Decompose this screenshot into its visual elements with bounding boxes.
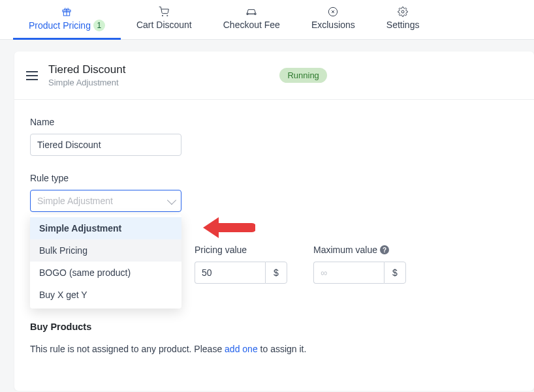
max-unit-select[interactable]: $ bbox=[384, 262, 406, 284]
dropdown-option-simple-adjustment[interactable]: Simple Adjustment bbox=[30, 217, 181, 239]
annotation-arrow-icon bbox=[203, 215, 255, 241]
tab-label: Checkout Fee bbox=[223, 20, 280, 30]
rule-type-dropdown: Simple Adjustment Bulk Pricing BOGO (sam… bbox=[30, 215, 181, 309]
svg-point-2 bbox=[163, 15, 163, 16]
tab-exclusions[interactable]: Exclusions bbox=[296, 0, 371, 39]
gift-icon bbox=[61, 7, 72, 17]
rule-type-label: Rule type bbox=[30, 173, 518, 183]
dropdown-option-bogo[interactable]: BOGO (same product) bbox=[30, 262, 181, 284]
card-header: Tiered Discount Simple Adjustment Runnin… bbox=[14, 52, 534, 100]
tab-label: Cart Discount bbox=[136, 20, 192, 30]
tab-count-badge: 1 bbox=[93, 20, 105, 31]
help-icon[interactable]: ? bbox=[380, 245, 389, 254]
chevron-down-icon bbox=[167, 196, 176, 205]
tab-product-pricing[interactable]: Product Pricing 1 bbox=[13, 0, 121, 39]
rule-card: Tiered Discount Simple Adjustment Runnin… bbox=[14, 52, 534, 391]
rule-type-select[interactable]: Simple Adjustment bbox=[30, 190, 181, 212]
tab-cart-discount[interactable]: Cart Discount bbox=[121, 0, 208, 39]
max-value-input[interactable] bbox=[313, 262, 384, 284]
tab-checkout-fee[interactable]: Checkout Fee bbox=[208, 0, 296, 39]
cart-icon bbox=[159, 7, 169, 17]
name-label: Name bbox=[30, 117, 518, 127]
buy-products-help: This rule is not assigned to any product… bbox=[30, 344, 518, 354]
pricing-unit-select[interactable]: $ bbox=[265, 262, 287, 284]
tab-label: Product Pricing bbox=[29, 20, 91, 31]
rule-type-placeholder: Simple Adjustment bbox=[37, 196, 113, 206]
rule-subtitle: Simple Adjustment bbox=[48, 78, 125, 87]
pricing-value-input[interactable] bbox=[195, 262, 265, 284]
tab-label: Exclusions bbox=[311, 20, 355, 30]
add-product-link[interactable]: add one bbox=[225, 344, 258, 354]
pricing-value-label: Pricing value bbox=[195, 245, 287, 255]
dropdown-option-bulk-pricing[interactable]: Bulk Pricing bbox=[30, 239, 181, 262]
svg-point-3 bbox=[167, 15, 168, 16]
max-value-label: Maximum value ? bbox=[313, 245, 406, 255]
gear-icon bbox=[398, 7, 408, 17]
rule-title: Tiered Discount bbox=[48, 63, 125, 76]
drag-handle-icon[interactable] bbox=[26, 71, 38, 80]
dropdown-option-buy-x-get-y[interactable]: Buy X get Y bbox=[30, 284, 181, 306]
svg-point-5 bbox=[401, 10, 404, 13]
buy-products-heading: Buy Products bbox=[30, 322, 518, 332]
name-input[interactable] bbox=[30, 134, 181, 156]
tab-settings[interactable]: Settings bbox=[371, 0, 435, 39]
tabs-nav: Product Pricing 1 Cart Discount Checkout… bbox=[0, 0, 534, 40]
status-badge: Running bbox=[279, 68, 326, 83]
tab-label: Settings bbox=[386, 20, 420, 30]
car-icon bbox=[246, 7, 257, 17]
circle-x-icon bbox=[328, 7, 338, 17]
